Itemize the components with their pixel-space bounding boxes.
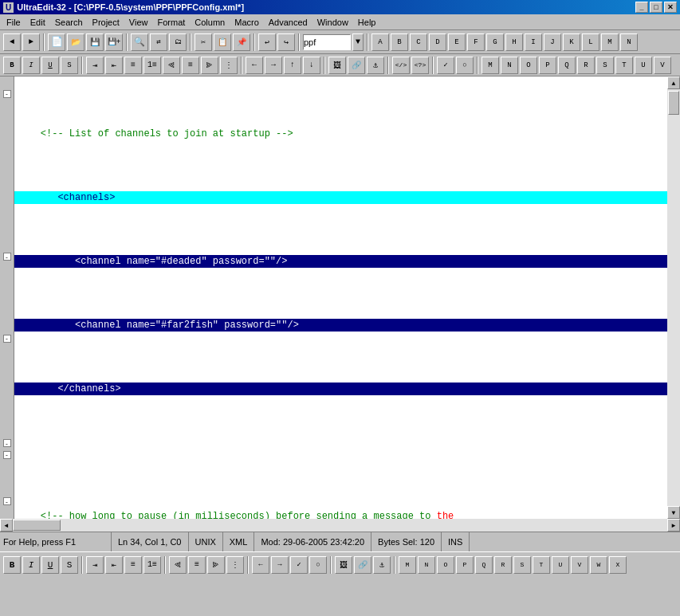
find-button[interactable]: 🔍 (131, 33, 148, 51)
tb-btn-c[interactable]: C (410, 33, 427, 51)
tb2-align-center[interactable]: ≡ (182, 57, 199, 74)
code-line-3[interactable]: <channel name="#deaded" password=""/> (14, 255, 667, 268)
file-filter-dropdown[interactable] (303, 34, 351, 50)
gutter-fold-plugin2[interactable]: - (0, 496, 14, 508)
tb-btn-k[interactable]: K (563, 33, 580, 51)
tb2-left-arrow[interactable]: ← (246, 57, 263, 74)
bt-a4[interactable]: ⋮ (226, 556, 244, 574)
scroll-up-button[interactable]: ▲ (667, 77, 680, 89)
back-button[interactable]: ◄ (3, 33, 21, 51)
tb2-align-justify[interactable]: ⋮ (220, 57, 238, 74)
bt-n1[interactable]: ← (252, 556, 269, 574)
tb-btn-d[interactable]: D (429, 33, 446, 51)
fold-button-plugins[interactable]: - (3, 439, 11, 447)
bt-m9[interactable]: U (552, 556, 569, 574)
redo-button[interactable]: ↪ (277, 33, 295, 51)
open-button[interactable]: 📂 (67, 33, 85, 51)
tb2-m3[interactable]: O (520, 57, 537, 74)
tb2-up-arrow[interactable]: ↑ (284, 57, 301, 74)
tb2-btn-a[interactable]: B (3, 57, 21, 74)
menu-macro[interactable]: Macro (230, 14, 264, 29)
tb2-more1[interactable]: ✓ (437, 57, 454, 74)
code-line-6[interactable] (14, 446, 667, 459)
tb2-link[interactable]: 🔗 (348, 57, 365, 74)
scroll-thumb-vertical[interactable] (668, 91, 679, 115)
fold-button-webserver[interactable]: - (3, 253, 11, 261)
menu-column[interactable]: Column (190, 14, 230, 29)
tb2-list[interactable]: ≡ (124, 57, 142, 74)
bt-a3[interactable]: ⫸ (207, 556, 225, 574)
tb2-down-arrow[interactable]: ↓ (303, 57, 320, 74)
bt-n3[interactable]: ✓ (290, 556, 308, 574)
scroll-down-button[interactable]: ▼ (667, 506, 680, 519)
bt-n2[interactable]: → (271, 556, 289, 574)
bt-m12[interactable]: X (609, 556, 627, 574)
tb-btn-b[interactable]: B (391, 33, 408, 51)
gutter-fold-channels[interactable]: - (0, 88, 14, 100)
tb-btn-m[interactable]: M (601, 33, 619, 51)
scroll-left-button[interactable]: ◄ (0, 519, 13, 532)
bt-anchor[interactable]: ⚓ (373, 556, 391, 574)
tb-btn-f[interactable]: F (467, 33, 485, 51)
bt-m7[interactable]: S (513, 556, 531, 574)
scroll-right-button[interactable]: ► (667, 519, 680, 532)
tb-btn-n[interactable]: N (620, 33, 638, 51)
tb2-anchor[interactable]: ⚓ (367, 57, 384, 74)
code-line-2[interactable]: <channels> (14, 191, 667, 204)
tb-btn-i[interactable]: I (525, 33, 542, 51)
tb2-outdent[interactable]: ⇤ (105, 57, 123, 74)
bt-m4[interactable]: P (456, 556, 474, 574)
bt-m8[interactable]: T (533, 556, 550, 574)
tb2-olist[interactable]: 1≡ (143, 57, 161, 74)
code-line-7[interactable]: <!-- how long to pause (in milliseconds)… (14, 510, 667, 519)
menu-search[interactable]: Search (50, 14, 88, 29)
tb2-align-right[interactable]: ⫸ (201, 57, 218, 74)
scrollbar-vertical[interactable]: ▲ ▼ (667, 77, 680, 519)
menu-project[interactable]: Project (88, 14, 124, 29)
paste-button[interactable]: 📌 (233, 33, 250, 51)
tb-btn-l[interactable]: L (582, 33, 599, 51)
minimize-button[interactable]: _ (635, 2, 648, 13)
undo-button[interactable]: ↩ (258, 33, 276, 51)
tb2-m7[interactable]: S (596, 57, 614, 74)
find-in-files-button[interactable]: 🗂 (169, 33, 187, 51)
forward-button[interactable]: ► (22, 33, 40, 51)
bt-bold[interactable]: B (3, 556, 21, 574)
bt-strike[interactable]: S (61, 556, 78, 574)
menu-advanced[interactable]: Advanced (264, 14, 312, 29)
save-all-button[interactable]: 💾+ (105, 33, 123, 51)
tb2-m1[interactable]: M (482, 57, 499, 74)
tb2-html1[interactable]: </> (392, 57, 410, 74)
tb2-m6[interactable]: R (577, 57, 595, 74)
tb2-m9[interactable]: U (635, 57, 652, 74)
code-area[interactable]: <!-- List of channels to join at startup… (14, 77, 667, 519)
menu-format[interactable]: Format (152, 14, 190, 29)
bt-m1[interactable]: M (399, 556, 416, 574)
dropdown-arrow[interactable]: ▼ (352, 33, 364, 51)
bt-img[interactable]: 🖼 (335, 556, 352, 574)
new-button[interactable]: 📄 (48, 33, 65, 51)
tb2-m8[interactable]: T (615, 57, 633, 74)
tb2-btn-c[interactable]: U (41, 57, 59, 74)
bt-indent[interactable]: ⇥ (86, 556, 104, 574)
tb-btn-j[interactable]: J (544, 33, 561, 51)
close-button[interactable]: ✕ (664, 2, 677, 13)
fold-button-channels[interactable]: - (3, 90, 11, 98)
bt-m2[interactable]: N (418, 556, 435, 574)
bt-m5[interactable]: Q (475, 556, 493, 574)
tb2-html2[interactable]: <?> (411, 57, 429, 74)
code-line-4[interactable]: <channel name="#far2fish" password=""/> (14, 319, 667, 332)
tb2-indent[interactable]: ⇥ (86, 57, 104, 74)
bt-list2[interactable]: 1≡ (143, 556, 161, 574)
fold-button-plugin2[interactable]: - (3, 497, 11, 505)
menu-help[interactable]: Help (353, 14, 381, 29)
bt-outdent[interactable]: ⇤ (105, 556, 123, 574)
bt-n4[interactable]: ○ (309, 556, 327, 574)
code-line-1[interactable]: <!-- List of channels to join at startup… (14, 128, 667, 140)
tb2-more2[interactable]: ○ (456, 57, 474, 74)
menu-file[interactable]: File (2, 14, 26, 29)
bt-list1[interactable]: ≡ (124, 556, 142, 574)
scrollbar-horizontal[interactable] (13, 519, 667, 532)
save-button[interactable]: 💾 (86, 33, 104, 51)
bt-a2[interactable]: ≡ (188, 556, 206, 574)
